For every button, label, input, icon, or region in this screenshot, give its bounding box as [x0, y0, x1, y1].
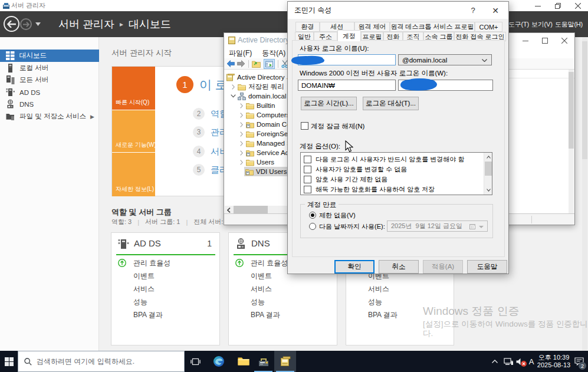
- options-scroll-thumb[interactable]: [485, 162, 492, 176]
- menu-action[interactable]: 동작(A): [262, 48, 285, 58]
- tile-row-bpa[interactable]: BPA 결과: [111, 308, 219, 321]
- pre2000-domain-input[interactable]: DOMAIN₩: [298, 80, 396, 91]
- toolbar-back-icon[interactable]: [226, 60, 235, 67]
- collapsed-expander-icon[interactable]: [230, 84, 236, 90]
- tree-item-saved-queries[interactable]: 저장된 쿼리: [230, 82, 284, 91]
- cancel-button[interactable]: 취소: [379, 260, 419, 274]
- aduc-close-button[interactable]: [561, 38, 567, 44]
- tile-row-label: 성능: [251, 297, 265, 307]
- tree-item-vdi-users[interactable]: VDI Users: [244, 167, 290, 176]
- edge-taskbar-button[interactable]: [208, 351, 229, 372]
- action-center-button[interactable]: 2: [570, 351, 588, 372]
- option-row-cannot-change[interactable]: 사용자가 암호를 변경할 수 없음: [301, 164, 492, 175]
- tile-row-services[interactable]: 서비스: [229, 282, 337, 295]
- main-scrollbar-thumb[interactable]: [582, 41, 587, 159]
- expire-never-radio[interactable]: [309, 212, 316, 219]
- collapsed-expander-icon[interactable]: [238, 113, 244, 118]
- start-button[interactable]: [0, 351, 18, 372]
- option-checkbox[interactable]: [304, 156, 311, 163]
- sidebar-item-file-storage[interactable]: 파일 및 저장소 서비스 ▶: [0, 110, 99, 123]
- sm-close-button[interactable]: [568, 0, 588, 11]
- tile-title[interactable]: AD DS: [134, 238, 161, 248]
- sm-minimize-button[interactable]: [528, 0, 548, 11]
- server-manager-taskbar-button[interactable]: [252, 351, 274, 372]
- tile-row-manageability[interactable]: 관리 효율성: [111, 256, 219, 269]
- date-dropdown-icon: [479, 226, 484, 228]
- tile-title[interactable]: DNS: [251, 238, 270, 248]
- volume-tray-icon[interactable]: [514, 351, 527, 372]
- tab-rds-profile[interactable]: 원격 데스크톱 서비스 프로필: [390, 22, 475, 32]
- apply-button[interactable]: 적용(A): [423, 260, 463, 274]
- logon-to-button[interactable]: 로그온 대상(T)...: [363, 97, 419, 110]
- collapsed-expander-icon[interactable]: [238, 103, 244, 108]
- tile-row-events[interactable]: 이벤트: [111, 269, 219, 282]
- taskbar-search-box[interactable]: 검색하려면 여기에 입력하세요.: [18, 351, 185, 372]
- collapsed-expander-icon[interactable]: [238, 160, 244, 165]
- tile-row-services[interactable]: 서비스: [346, 282, 454, 295]
- collapsed-expander-icon[interactable]: [238, 150, 244, 156]
- expanded-expander-icon[interactable]: [230, 94, 236, 98]
- sm-restore-button[interactable]: [548, 0, 568, 11]
- upn-suffix-combo[interactable]: @domain.local: [398, 54, 492, 65]
- option-row-reversible[interactable]: 해독 가능한 암호화를 사용하여 암호 저장: [301, 184, 492, 195]
- help-button[interactable]: 도움말: [467, 260, 507, 274]
- option-checkbox[interactable]: [304, 166, 311, 173]
- collapsed-expander-icon[interactable]: [238, 141, 244, 146]
- quick-start-block[interactable]: 빠른 시작(Q): [112, 67, 155, 110]
- sidebar-item-local-server[interactable]: 로컬 서버: [0, 62, 99, 74]
- unlock-account-checkbox[interactable]: [301, 122, 308, 130]
- account-options-label: 계정 옵션(O):: [300, 142, 340, 151]
- tree-hscroll-thumb[interactable]: [234, 206, 268, 214]
- collapsed-expander-icon[interactable]: [238, 131, 244, 137]
- tree-item-users[interactable]: Users: [238, 157, 274, 167]
- aduc-maximize-button[interactable]: [542, 38, 548, 44]
- task-view-button[interactable]: [185, 351, 206, 372]
- toolbar-forward-icon[interactable]: [237, 60, 245, 67]
- file-explorer-button[interactable]: [232, 351, 254, 372]
- whats-new-block[interactable]: 새로운 기능(W): [112, 110, 155, 152]
- options-scrollbar[interactable]: [484, 153, 492, 195]
- aduc-taskbar-button[interactable]: [274, 351, 296, 372]
- tab-com-plus[interactable]: COM+: [475, 22, 502, 32]
- tree-item-builtin[interactable]: Builtin: [238, 101, 275, 110]
- sidebar-item-all-servers[interactable]: 모든 서버: [0, 74, 99, 86]
- tree-item-computers[interactable]: Computers: [238, 110, 290, 120]
- tile-status-rule: [116, 254, 215, 255]
- option-checkbox[interactable]: [304, 186, 311, 193]
- expire-date-picker[interactable]: 2025년 9월 12일 금요일: [387, 220, 488, 232]
- tile-row-performance[interactable]: 성능: [111, 295, 219, 308]
- scroll-up-button[interactable]: [484, 153, 492, 162]
- tab-account[interactable]: 계정: [337, 30, 361, 41]
- scroll-down-button[interactable]: [484, 186, 492, 195]
- sidebar-item-dns[interactable]: DNS: [0, 98, 99, 110]
- option-row-never-expires[interactable]: 암호 사용 기간 제한 없음: [301, 174, 492, 185]
- dialog-close-button[interactable]: ✕: [486, 2, 505, 19]
- tree-item-domain[interactable]: domain.local: [230, 91, 287, 101]
- toolbar-properties-button[interactable]: [264, 59, 275, 69]
- option-checkbox[interactable]: [304, 176, 311, 183]
- tile-row-performance[interactable]: 성능: [229, 295, 337, 308]
- taskbar-clock[interactable]: 오후 10:39 2025-08-13: [536, 351, 572, 372]
- dialog-help-button[interactable]: ?: [464, 2, 482, 19]
- scroll-left-button[interactable]: [225, 206, 233, 214]
- tile-row-label: 서비스: [133, 284, 155, 294]
- menu-file[interactable]: 파일(F): [229, 48, 252, 58]
- tab-environment[interactable]: 환경: [295, 22, 320, 32]
- list-vscroll-thumb[interactable]: [569, 72, 574, 149]
- sidebar-item-ad-ds[interactable]: AD DS: [0, 86, 99, 98]
- ok-button[interactable]: 확인: [334, 260, 375, 274]
- learn-more-block[interactable]: 자세한 정보(L): [112, 153, 155, 196]
- expire-date-radio[interactable]: [309, 223, 316, 230]
- sidebar-expand-icon[interactable]: ▶: [90, 114, 94, 120]
- logon-hours-button[interactable]: 로그온 시간(L)...: [301, 97, 357, 110]
- network-tray-icon[interactable]: [502, 351, 515, 372]
- dns-tile-icon: [235, 238, 247, 249]
- tray-chevron-button[interactable]: [488, 351, 501, 372]
- toolbar-folder-icon[interactable]: [252, 60, 261, 68]
- sidebar-item-dashboard[interactable]: 대시보드: [0, 50, 99, 62]
- aduc-minimize-button[interactable]: [523, 38, 528, 44]
- tile-row-bpa[interactable]: BPA 결과: [229, 308, 337, 321]
- collapsed-expander-icon[interactable]: [238, 122, 244, 127]
- tile-row-services[interactable]: 서비스: [111, 282, 219, 295]
- option-row-must-change[interactable]: 다음 로그온 시 사용자가 반드시 암호를 변경해야 함: [301, 154, 492, 164]
